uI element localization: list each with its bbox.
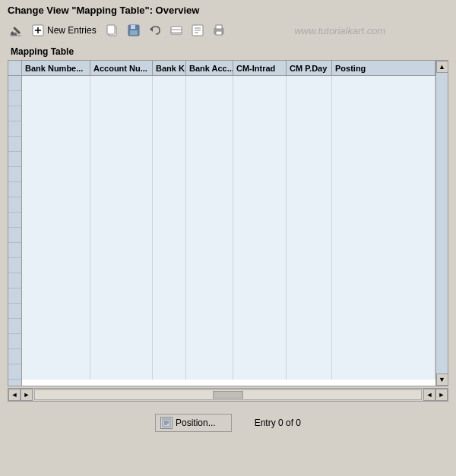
row-selector-13[interactable]: [8, 258, 21, 273]
col-header-bank-k: Bank K...: [153, 61, 186, 76]
table-row[interactable]: [22, 319, 435, 334]
save-icon[interactable]: [125, 22, 142, 39]
vertical-scrollbar[interactable]: ▲ ▼: [435, 61, 448, 386]
table-row[interactable]: [22, 167, 435, 182]
col-header-posting: Posting: [332, 61, 435, 76]
title-bar: Change View "Mapping Table": Overview: [0, 0, 456, 19]
table-row[interactable]: [22, 182, 435, 197]
col-header-bank-number: Bank Numbe...: [22, 61, 90, 76]
row-selector-5[interactable]: [8, 137, 21, 152]
svg-rect-8: [107, 25, 115, 34]
svg-rect-11: [130, 30, 138, 35]
col-header-cm-pday: CM P.Day: [287, 61, 332, 76]
row-selector-3[interactable]: [8, 106, 21, 121]
table-row[interactable]: [22, 288, 435, 304]
table-row[interactable]: [22, 364, 435, 380]
row-selector-4[interactable]: [8, 121, 21, 137]
edit-icon[interactable]: [8, 22, 24, 39]
bottom-bar: Position... Entry 0 of 0: [0, 405, 456, 441]
horiz-scroll-thumb-area[interactable]: [34, 389, 422, 400]
horiz-scroll-bar: ◄ ► ◄ ►: [8, 388, 448, 402]
toolbar: New Entries: [0, 19, 456, 42]
position-label: Position...: [176, 418, 216, 428]
row-selector-14[interactable]: [8, 273, 21, 288]
horiz-scroll-right3-btn[interactable]: ►: [435, 389, 448, 401]
row-selector-19[interactable]: [8, 349, 21, 364]
table-row[interactable]: [22, 137, 435, 152]
table-section-label: Mapping Table: [8, 45, 448, 58]
col-header-cm-intrad: CM-Intrad: [233, 61, 287, 76]
col-header-account-nu: Account Nu...: [90, 61, 153, 76]
watermark: www.tutorialkart.com: [232, 25, 448, 36]
row-selector-1[interactable]: [8, 76, 21, 91]
svg-rect-22: [216, 31, 222, 35]
table-row[interactable]: [22, 152, 435, 167]
copy-icon[interactable]: [104, 22, 121, 39]
table-row[interactable]: [22, 349, 435, 364]
table-row[interactable]: [22, 243, 435, 258]
table-row[interactable]: [22, 228, 435, 243]
horiz-scroll-thumb: [213, 391, 243, 399]
table-row[interactable]: [22, 197, 435, 213]
row-selector-15[interactable]: [8, 288, 21, 304]
position-button[interactable]: Position...: [155, 414, 232, 432]
scroll-up-button[interactable]: ▲: [436, 61, 448, 73]
horiz-scroll-right2-btn[interactable]: ◄: [423, 389, 435, 401]
new-entries-button[interactable]: New Entries: [29, 23, 100, 38]
svg-rect-10: [131, 25, 135, 29]
new-entries-label: New Entries: [47, 25, 97, 36]
main-content: Mapping Table: [8, 45, 448, 402]
row-selector-2[interactable]: [8, 91, 21, 106]
row-selector-10[interactable]: [8, 213, 21, 228]
table-row[interactable]: [22, 121, 435, 137]
position-icon: [160, 417, 173, 429]
svg-rect-21: [216, 25, 222, 29]
row-selector-7[interactable]: [8, 167, 21, 182]
table-row[interactable]: [22, 304, 435, 319]
row-selector-8[interactable]: [8, 182, 21, 197]
row-selector-12[interactable]: [8, 243, 21, 258]
table-row[interactable]: [22, 273, 435, 288]
scroll-down-button[interactable]: ▼: [436, 374, 448, 386]
horiz-scroll-right-btn[interactable]: ►: [21, 389, 33, 401]
col-header-bank-acc: Bank Acc...: [186, 61, 233, 76]
row-selector-17[interactable]: [8, 319, 21, 334]
table-row[interactable]: [22, 76, 435, 91]
row-selector-9[interactable]: [8, 197, 21, 213]
table-row[interactable]: [22, 258, 435, 273]
row-selector-6[interactable]: [8, 152, 21, 167]
row-selector-11[interactable]: [8, 228, 21, 243]
horiz-scroll-left-btn[interactable]: ◄: [8, 389, 21, 401]
print-icon[interactable]: [211, 22, 227, 39]
export-icon[interactable]: [189, 22, 206, 39]
row-selector-18[interactable]: [8, 334, 21, 349]
table-wrapper: Bank Numbe... Account Nu... Bank K... Ba…: [8, 60, 448, 386]
data-area: Bank Numbe... Account Nu... Bank K... Ba…: [22, 61, 435, 386]
data-rows: [22, 76, 435, 386]
page-title: Change View "Mapping Table": Overview: [8, 5, 199, 16]
col-headers: Bank Numbe... Account Nu... Bank K... Ba…: [22, 61, 435, 76]
entry-count: Entry 0 of 0: [255, 418, 301, 428]
row-selector-col: [8, 61, 22, 386]
new-entries-icon: [32, 24, 44, 36]
table-row[interactable]: [22, 106, 435, 121]
table-row[interactable]: [22, 213, 435, 228]
row-selector-20[interactable]: [8, 364, 21, 380]
undo-icon[interactable]: [147, 22, 163, 39]
scroll-track-up: [437, 73, 448, 374]
row-selector-16[interactable]: [8, 304, 21, 319]
table-row[interactable]: [22, 91, 435, 106]
copy2-icon[interactable]: [168, 22, 185, 39]
table-row[interactable]: [22, 334, 435, 349]
